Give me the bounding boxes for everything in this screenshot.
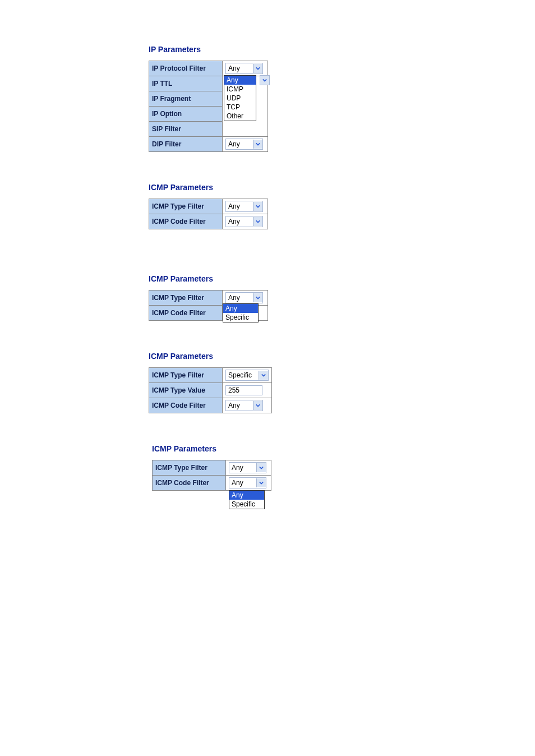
icmp-parameters-table: ICMP Type Filter Any ICMP Code Filter An… (149, 290, 268, 321)
icmp-type-filter-select[interactable]: Specific (225, 370, 269, 381)
dropdown-option-udp[interactable]: UDP (224, 94, 256, 103)
dropdown-option-tcp[interactable]: TCP (224, 103, 256, 112)
ip-parameters-section: IP Parameters IP Protocol Filter Any IP … (149, 45, 373, 152)
icmp-parameters-title: ICMP Parameters (149, 183, 373, 192)
ip-fragment-label: IP Fragment (149, 91, 223, 107)
icmp-code-filter-select[interactable]: Any (229, 477, 266, 488)
ip-protocol-dropdown[interactable]: Any ICMP UDP TCP Other (224, 75, 256, 121)
icmp-type-filter-label: ICMP Type Filter (153, 460, 226, 476)
chevron-down-icon (256, 478, 266, 487)
icmp-code-dropdown[interactable]: Any Specific (229, 490, 265, 509)
dip-filter-value: Any (226, 140, 253, 148)
icmp-parameters-section-3: ICMP Parameters ICMP Type Filter Specifi… (149, 352, 373, 413)
dropdown-option-any[interactable]: Any (229, 491, 264, 500)
icmp-type-filter-label: ICMP Type Filter (149, 291, 223, 306)
icmp-type-dropdown[interactable]: Any Specific (223, 303, 259, 322)
dropdown-option-icmp[interactable]: ICMP (224, 85, 256, 94)
icmp-type-filter-label: ICMP Type Filter (149, 368, 223, 383)
icmp-type-value-input[interactable] (225, 385, 262, 395)
icmp-parameters-table: ICMP Type Filter Specific ICMP Type Valu… (149, 367, 272, 413)
chevron-down-icon (259, 371, 268, 380)
dropdown-option-other[interactable]: Other (224, 112, 256, 121)
chevron-down-icon (256, 463, 266, 472)
icmp-code-filter-label: ICMP Code Filter (149, 398, 223, 413)
chevron-down-icon (253, 401, 262, 410)
ip-protocol-filter-value: Any (226, 64, 253, 72)
ip-protocol-filter-label: IP Protocol Filter (149, 61, 223, 76)
icmp-type-filter-select[interactable]: Any (229, 462, 266, 473)
dropdown-option-specific[interactable]: Specific (229, 500, 264, 509)
icmp-code-filter-value: Any (226, 402, 253, 409)
icmp-parameters-title: ICMP Parameters (149, 274, 373, 283)
chevron-down-icon (253, 293, 262, 302)
icmp-type-value-label: ICMP Type Value (149, 383, 223, 398)
icmp-type-filter-select[interactable]: Any (225, 292, 263, 303)
dropdown-option-any[interactable]: Any (224, 76, 256, 85)
icmp-parameters-title: ICMP Parameters (149, 352, 373, 361)
icmp-type-filter-value: Any (226, 294, 253, 302)
icmp-type-filter-value: Specific (226, 371, 259, 379)
ip-ttl-label: IP TTL (149, 76, 223, 91)
icmp-parameters-table: ICMP Type Filter Any ICMP Code Filter (152, 460, 271, 491)
chevron-down-icon (253, 64, 262, 73)
dip-filter-select[interactable]: Any (225, 139, 263, 150)
icmp-parameters-section-1: ICMP Parameters ICMP Type Filter Any ICM… (149, 183, 373, 229)
chevron-down-icon (253, 217, 262, 226)
ip-option-label: IP Option (149, 107, 223, 122)
icmp-code-filter-value: Any (226, 218, 253, 225)
icmp-parameters-title: ICMP Parameters (152, 444, 373, 453)
icmp-code-filter-label: ICMP Code Filter (153, 476, 226, 491)
dropdown-option-any[interactable]: Any (223, 304, 258, 313)
ip-protocol-filter-select[interactable]: Any (225, 63, 263, 74)
icmp-parameters-section-2: ICMP Parameters ICMP Type Filter Any ICM… (149, 274, 373, 321)
icmp-code-filter-select[interactable]: Any (225, 400, 263, 411)
ip-parameters-title: IP Parameters (149, 45, 373, 54)
icmp-code-filter-value: Any (229, 479, 256, 487)
chevron-down-icon (260, 75, 270, 85)
icmp-code-filter-label: ICMP Code Filter (149, 306, 223, 321)
icmp-parameters-section-4: ICMP Parameters ICMP Type Filter Any (149, 444, 373, 492)
ip-parameters-table: IP Protocol Filter Any IP TTL (149, 61, 268, 152)
icmp-type-filter-value: Any (229, 464, 256, 472)
icmp-type-filter-label: ICMP Type Filter (149, 199, 223, 214)
dip-filter-label: DIP Filter (149, 137, 223, 152)
icmp-type-filter-value: Any (226, 202, 253, 210)
dropdown-option-specific[interactable]: Specific (223, 313, 258, 322)
chevron-down-icon (253, 140, 262, 149)
icmp-code-filter-select[interactable]: Any (225, 216, 263, 227)
icmp-code-filter-label: ICMP Code Filter (149, 214, 223, 229)
sip-filter-label: SIP Filter (149, 122, 223, 137)
chevron-down-icon (253, 202, 262, 211)
icmp-type-filter-select[interactable]: Any (225, 201, 263, 212)
icmp-parameters-table: ICMP Type Filter Any ICMP Code Filter An… (149, 199, 268, 229)
